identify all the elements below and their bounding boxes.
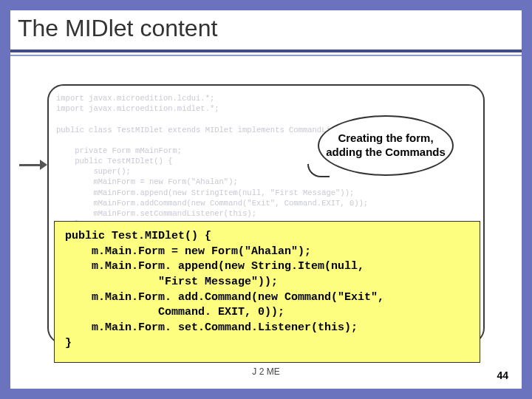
arrow-icon [19,158,49,171]
callout-text: Creating the form, adding the Commands [319,132,452,160]
page-number: 44 [497,369,508,381]
slide-canvas: The MIDlet content import javax.microedi… [10,10,522,389]
divider-thin [10,55,522,56]
highlighted-code: public Test.MIDlet() { m.Main.Form = new… [54,221,480,363]
callout-bubble: Creating the form, adding the Commands [318,115,454,176]
footer: J 2 ME 44 [10,366,522,381]
footer-text: J 2 ME [10,366,522,377]
divider-thick [10,50,522,52]
slide-title: The MIDlet content [10,10,522,50]
